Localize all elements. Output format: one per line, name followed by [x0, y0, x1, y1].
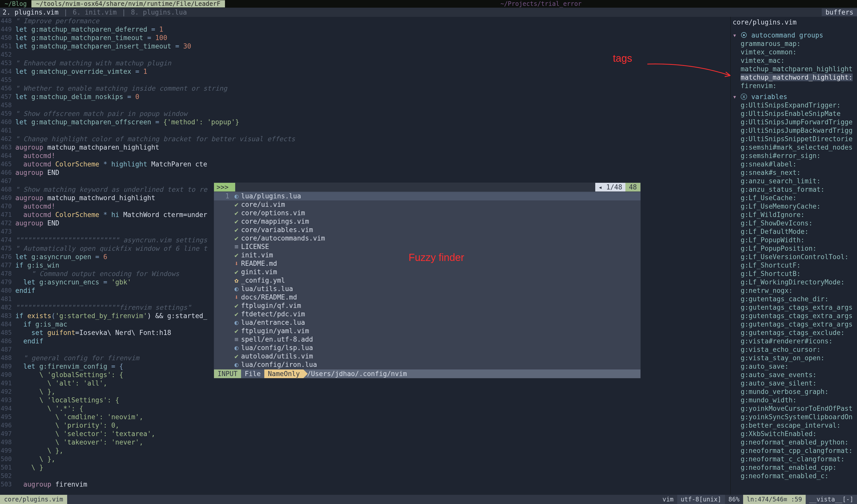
vista-tag[interactable]: g:gutentags_ctags_extra_args — [733, 312, 855, 320]
code-line[interactable]: 497 \ 'selector': 'textarea', — [0, 430, 730, 438]
leaderf-item[interactable]: ◐lua/config/iron.lua — [214, 360, 640, 369]
code-line[interactable]: 498 \ 'takeover': 'never', — [0, 438, 730, 447]
code-line[interactable]: 503 augroup firenvim — [0, 480, 730, 489]
vista-tag[interactable]: g:anzu_search_limit: — [733, 177, 855, 185]
leaderf-item[interactable]: ◐lua/config/lsp.lua — [214, 344, 640, 352]
code-line[interactable]: 465 autocmd ColorScheme * highlight Matc… — [0, 160, 730, 169]
code-line[interactable]: 450let g:matchup_matchparen_timeout = 10… — [0, 34, 730, 42]
vista-tag[interactable]: g:better_escape_interval: — [733, 421, 855, 430]
code-editor[interactable]: 448" Improve performance449let g:matchup… — [0, 17, 730, 495]
vista-section-autocmd[interactable]: ▾ ⦿ autocommand groups — [733, 31, 855, 39]
code-line[interactable]: 495 \ 'cmdline': 'neovim', — [0, 413, 730, 421]
code-line[interactable]: 448" Improve performance — [0, 17, 730, 25]
fuzzy-finder-popup[interactable]: >>> ◂ 1/48 48 1◐lua/plugins.lua✔core/ui.… — [214, 183, 640, 378]
code-line[interactable]: 492 \ }, — [0, 388, 730, 396]
vista-tag[interactable]: g:UltiSnipsJumpForwardTrigge — [733, 118, 855, 127]
vista-tag[interactable]: g:XkbSwitchEnabled: — [733, 430, 855, 438]
vista-tag[interactable]: g:neoformat_enabled_cpp: — [733, 464, 855, 472]
code-line[interactable]: 451let g:matchup_matchparen_insert_timeo… — [0, 42, 730, 51]
leaderf-cursor[interactable] — [231, 183, 235, 191]
vista-tag[interactable]: vimtex_mac: — [733, 56, 855, 65]
code-line[interactable]: 458 — [0, 101, 730, 110]
code-line[interactable]: 457let g:matchup_delim_noskips = 0 — [0, 93, 730, 101]
vista-tag[interactable]: g:Lf_ShortcutF: — [733, 261, 855, 270]
code-line[interactable]: 462" Change highlight color of matching … — [0, 135, 730, 143]
vista-tag[interactable]: g:semshi#error_sign: — [733, 152, 855, 160]
vista-tag[interactable]: g:sneak#s_next: — [733, 169, 855, 177]
vista-tag[interactable]: g:semshi#mark_selected_nodes — [733, 143, 855, 152]
vista-tag[interactable]: g:yoinkSyncSystemClipboardOn — [733, 413, 855, 421]
code-line[interactable]: 499 \ }, — [0, 447, 730, 455]
vista-tag[interactable]: g:vista_echo_cursor: — [733, 346, 855, 354]
vista-tag[interactable]: g:Lf_UseCache: — [733, 194, 855, 202]
leaderf-item[interactable]: ✔core/mappings.vim — [214, 217, 640, 226]
leaderf-item[interactable]: ✔core/autocommands.vim — [214, 234, 640, 242]
vista-tag[interactable]: g:Lf_WildIgnore: — [733, 211, 855, 219]
vista-tag[interactable]: g:Lf_UseMemoryCache: — [733, 202, 855, 211]
vista-tag[interactable]: g:Lf_UseVersionControlTool: — [733, 253, 855, 261]
vista-sidebar[interactable]: core/plugins.vim ▾ ⦿ autocommand groups … — [730, 17, 857, 495]
code-line[interactable]: 500 \ }, — [0, 455, 730, 464]
vista-tag[interactable]: g:neoformat_enabled_python: — [733, 438, 855, 447]
leaderf-item[interactable]: ◐lua/entrance.lua — [214, 318, 640, 327]
vista-tag[interactable]: g:Lf_WorkingDirectoryMode: — [733, 278, 855, 286]
leaderf-item[interactable]: ✔core/variables.vim — [214, 226, 640, 234]
code-line[interactable]: 461 — [0, 127, 730, 135]
leaderf-list[interactable]: 1◐lua/plugins.lua✔core/ui.vim✔core/optio… — [214, 191, 640, 369]
tab-blog[interactable]: ~/Blog — [0, 0, 31, 7]
vista-section-vars[interactable]: ▾ ⓧ variables — [733, 93, 855, 101]
buffer-plugins[interactable]: 2. plugins.vim — [0, 9, 61, 16]
leaderf-item[interactable]: ✔ginit.vim — [214, 268, 640, 276]
code-line[interactable]: 449let g:matchup_matchparen_deferred = 1 — [0, 25, 730, 34]
leaderf-item[interactable]: ✔core/options.vim — [214, 209, 640, 217]
code-line[interactable]: 454let g:matchup_override_vimtex = 1 — [0, 67, 730, 76]
vista-tag[interactable]: g:neoformat_c_clangformat: — [733, 455, 855, 464]
vista-tag[interactable]: g:yoinkMoveCursorToEndOfPast — [733, 404, 855, 413]
vista-tag[interactable]: g:UltiSnipsEnableSnipMate — [733, 110, 855, 118]
vista-tag[interactable]: matchup_matchword_highlight: — [733, 73, 855, 82]
buffers-label[interactable]: buffers — [822, 9, 857, 16]
vista-tag[interactable]: g:neoformat_enabled_c: — [733, 472, 855, 480]
leaderf-item[interactable]: ✔ftplugin/qf.vim — [214, 302, 640, 310]
vista-tag[interactable]: g:mundo_verbose_graph: — [733, 388, 855, 396]
leaderf-item[interactable]: ◐lua/utils.lua — [214, 285, 640, 293]
code-line[interactable]: 456" Whether to enable matching inside c… — [0, 84, 730, 93]
vista-tag[interactable]: grammarous_map: — [733, 39, 855, 48]
code-line[interactable]: 463augroup matchup_matchparen_highlight — [0, 143, 730, 152]
code-line[interactable]: 455 — [0, 76, 730, 84]
code-line[interactable]: 502 — [0, 472, 730, 480]
vista-tag[interactable]: vimtex_common: — [733, 48, 855, 56]
code-line[interactable]: 496 \ 'priority': 0, — [0, 421, 730, 430]
leaderf-item[interactable]: ✔ftdetect/pdc.vim — [214, 310, 640, 318]
vista-tag[interactable]: matchup_matchparen_highlight — [733, 65, 855, 73]
leaderf-item[interactable]: ✿_config.yml — [214, 276, 640, 285]
vista-tag[interactable]: g:UltiSnipsJumpBackwardTrigg — [733, 127, 855, 135]
tab-runtime[interactable]: ~/tools/nvim-osx64/share/nvim/runtime/Fi… — [31, 0, 225, 7]
vista-tag[interactable]: g:Lf_ShortcutB: — [733, 270, 855, 278]
code-line[interactable]: 460let g:matchup_matchparen_offscreen = … — [0, 118, 730, 127]
vista-tag[interactable]: g:gutentags_ctags_extra_args — [733, 303, 855, 312]
vista-tag[interactable]: g:netrw_nogx: — [733, 286, 855, 295]
vista-tag[interactable]: g:Lf_ShowDevIcons: — [733, 219, 855, 228]
vista-tag[interactable]: g:auto_save: — [733, 362, 855, 371]
code-line[interactable]: 493 \ 'localSettings': { — [0, 396, 730, 404]
vista-tag[interactable]: g:mundo_width: — [733, 396, 855, 404]
leaderf-item[interactable]: ✔autoload/utils.vim — [214, 352, 640, 360]
vista-tag[interactable]: g:Lf_PopupWidth: — [733, 236, 855, 244]
vista-tag[interactable]: g:gutentags_ctags_exclude: — [733, 329, 855, 337]
code-line[interactable]: 501 \ } — [0, 464, 730, 472]
vista-tag[interactable]: g:anzu_status_format: — [733, 185, 855, 194]
vista-tag[interactable]: g:vista#renderer#icons: — [733, 337, 855, 346]
code-line[interactable]: 464 autocmd! — [0, 152, 730, 160]
buffer-plugins-lua[interactable]: 8. plugins.lua — [129, 9, 189, 16]
code-line[interactable]: 459" Show offscreen match pair in popup … — [0, 110, 730, 118]
code-line[interactable]: 494 \ '.*': { — [0, 404, 730, 413]
leaderf-item[interactable]: ≡spell/en.utf-8.add — [214, 335, 640, 344]
leaderf-item[interactable]: ✔core/ui.vim — [214, 200, 640, 209]
vista-tag[interactable]: g:UltiSnipsExpandTrigger: — [733, 101, 855, 110]
leaderf-item[interactable]: ≡LICENSE — [214, 242, 640, 251]
code-line[interactable]: 491 \ 'alt': 'all', — [0, 379, 730, 388]
vista-tag[interactable]: g:neoformat_cpp_clangformat: — [733, 447, 855, 455]
vista-tag[interactable]: g:auto_save_silent: — [733, 379, 855, 388]
vista-tag[interactable]: g:vista_stay_on_open: — [733, 354, 855, 362]
